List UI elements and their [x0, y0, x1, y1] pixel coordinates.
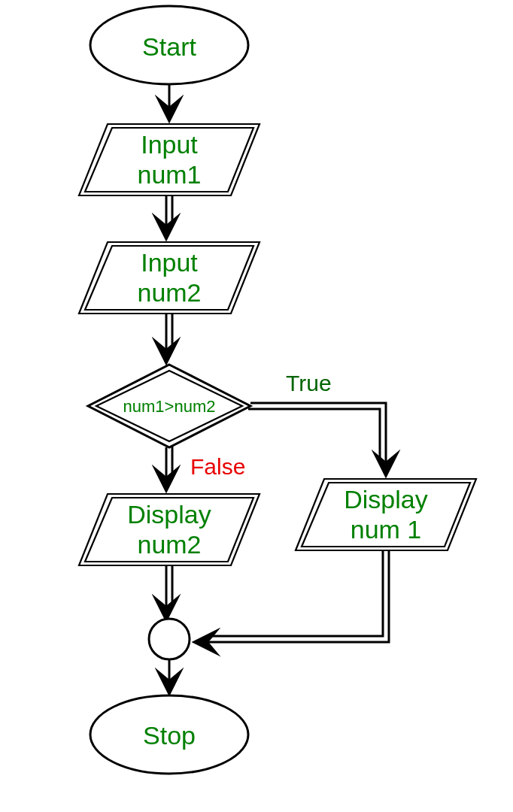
connector-node [149, 619, 190, 659]
label-false: False [190, 454, 245, 479]
display2-label2: num2 [137, 530, 201, 559]
arrow-input2-decision [166, 314, 172, 361]
arrow-input1-input2 [166, 195, 172, 237]
display1-node: Display num 1 [296, 479, 476, 550]
stop-node: Stop [90, 695, 248, 774]
input2-label1: Input [141, 248, 198, 277]
arrow-true: True [248, 371, 386, 474]
display2-label1: Display [127, 500, 211, 529]
label-true: True [286, 371, 332, 395]
start-label: Start [142, 32, 196, 61]
input2-node: Input num2 [79, 242, 260, 314]
input1-node: Input num1 [79, 124, 260, 195]
input1-label2: num1 [137, 160, 201, 189]
arrow-disp2-connector [166, 565, 172, 618]
stop-label: Stop [143, 721, 196, 750]
display1-label2: num 1 [351, 515, 422, 544]
display1-label1: Display [344, 485, 427, 514]
decision-label: num1>num2 [123, 397, 216, 416]
arrow-false: False [166, 445, 245, 489]
input1-label1: Input [141, 130, 198, 159]
decision-node: num1>num2 [88, 365, 250, 447]
svg-point-19 [149, 619, 190, 659]
input2-label2: num2 [137, 278, 201, 307]
display2-node: Display num2 [79, 494, 260, 565]
start-node: Start [90, 6, 248, 84]
